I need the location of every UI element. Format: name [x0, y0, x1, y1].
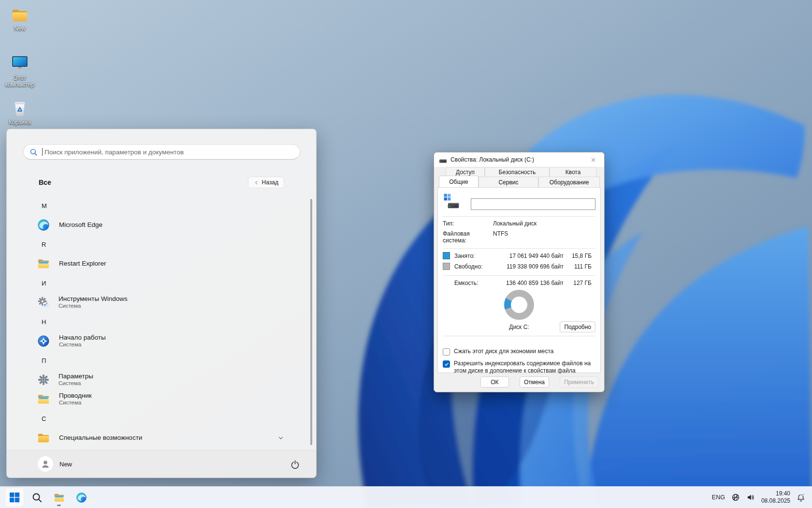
filesystem-value: NTFS: [493, 230, 508, 244]
section-letter-p[interactable]: П: [7, 351, 309, 370]
power-button[interactable]: [286, 455, 304, 473]
network-globe-icon[interactable]: [731, 493, 740, 502]
desktop-icon-label: Этот компьютер: [1, 75, 39, 89]
user-profile-button[interactable]: New: [38, 456, 72, 472]
app-item-microsoft-edge[interactable]: Microsoft Edge: [7, 215, 309, 235]
dialog-title-bar: Свойства: Локальный диск (C:): [434, 152, 604, 167]
disk-caption: Диск C:: [509, 324, 529, 330]
section-letter-m[interactable]: М: [7, 196, 309, 215]
notification-bell-icon[interactable]: [797, 493, 805, 502]
start-menu: Все Назад М Microsoft Edge R Restart Exp…: [6, 129, 317, 478]
tab-hardware[interactable]: Оборудование: [538, 177, 600, 187]
volume-label-input[interactable]: [471, 198, 595, 210]
get-started-icon: [37, 334, 50, 348]
app-item-accessibility-folder[interactable]: Специальные возможности: [7, 428, 309, 448]
drive-icon: [444, 197, 463, 210]
divider: [443, 275, 595, 276]
general-tab-panel: Тип: Локальный диск Файловая система: NT…: [437, 187, 601, 373]
type-value: Локальный диск: [493, 220, 536, 227]
used-bytes: 17 061 949 440 байт: [501, 253, 564, 259]
taskbar-search-button[interactable]: [27, 488, 46, 507]
section-letter-n[interactable]: Н: [7, 312, 309, 331]
tab-security[interactable]: Безопасность: [485, 167, 550, 177]
back-button-label: Назад: [262, 179, 278, 186]
tab-access[interactable]: Доступ: [446, 167, 485, 177]
chevron-down-icon[interactable]: [277, 434, 284, 441]
tray-time: 19:40: [761, 490, 790, 497]
free-bytes: 119 338 909 696 байт: [501, 263, 564, 270]
desktop-icon-label: Корзина: [1, 120, 39, 126]
taskbar: ENG 19:40 08.08.2025: [0, 486, 812, 508]
edge-icon: [75, 492, 87, 504]
chevron-left-icon: [254, 180, 259, 185]
taskbar-explorer-button[interactable]: [49, 488, 69, 507]
back-button[interactable]: Назад: [248, 177, 284, 188]
app-item-settings[interactable]: Параметры Система: [7, 370, 309, 389]
free-space-row: Свободно: 119 338 909 696 байт 111 ГБ: [443, 263, 595, 270]
checkbox-compress[interactable]: [443, 348, 450, 356]
divider: [443, 248, 595, 249]
tab-quota[interactable]: Квота: [550, 167, 596, 177]
close-icon: [591, 157, 596, 163]
computer-icon: [9, 53, 30, 74]
drive-icon: [439, 156, 447, 164]
file-explorer-icon: [53, 492, 65, 504]
speaker-icon[interactable]: [746, 493, 755, 502]
section-letter-i[interactable]: И: [7, 273, 309, 293]
all-apps-header: Все: [39, 179, 51, 186]
app-item-explorer[interactable]: Проводник Система: [7, 389, 309, 409]
taskbar-edge-button[interactable]: [72, 488, 91, 507]
all-apps-row: Все Назад: [39, 176, 284, 189]
person-icon: [40, 459, 51, 469]
app-item-restart-explorer[interactable]: Restart Explorer: [7, 254, 309, 273]
app-item-get-started[interactable]: Начало работы Система: [7, 331, 309, 351]
tab-general[interactable]: Общие: [439, 176, 478, 187]
search-icon: [31, 492, 43, 503]
dialog-title: Свойства: Локальный диск (C:): [450, 156, 586, 163]
free-size: 111 ГБ: [564, 263, 592, 270]
details-button[interactable]: Подробно: [560, 321, 595, 332]
capacity-size: 127 ГБ: [564, 280, 592, 286]
user-name: New: [59, 461, 72, 468]
search-input[interactable]: [44, 148, 294, 156]
compress-checkbox-row[interactable]: Сжать этот диск для экономии места: [443, 348, 595, 356]
cancel-button[interactable]: Отмена: [520, 376, 549, 388]
taskbar-apps: [5, 488, 91, 507]
desktop-icon-this-pc[interactable]: Этот компьютер: [1, 53, 39, 89]
apply-button[interactable]: Применить: [560, 376, 598, 388]
section-letter-s[interactable]: С: [7, 409, 309, 428]
desktop: z z New Этот компьютер Корзина Все Назад: [0, 0, 812, 508]
index-checkbox-row[interactable]: Разрешить индексировать содержимое файло…: [443, 360, 595, 375]
dialog-footer: ОК Отмена Применить: [434, 372, 604, 392]
search-box[interactable]: [23, 144, 300, 160]
app-list: М Microsoft Edge R Restart Explorer И Ин…: [7, 196, 309, 448]
drive-icon: [443, 194, 464, 210]
tab-row-front: Общие Сервис Оборудование: [439, 177, 604, 187]
close-button[interactable]: [586, 154, 600, 165]
clock[interactable]: 19:40 08.08.2025: [761, 490, 790, 505]
search-icon: [29, 148, 38, 156]
capacity-donut: [504, 290, 534, 320]
ok-button[interactable]: ОК: [480, 376, 509, 388]
capacity-row: Емкость: 136 400 859 136 байт 127 ГБ: [443, 279, 595, 286]
app-item-windows-tools[interactable]: Инструменты Windows Система: [7, 293, 309, 312]
divider: [443, 216, 595, 217]
start-menu-footer: New: [7, 450, 316, 478]
language-indicator[interactable]: ENG: [712, 494, 725, 501]
text-caret: [42, 148, 43, 156]
desktop-icon-label: New: [1, 26, 39, 32]
used-size: 15,8 ГБ: [564, 253, 592, 259]
desktop-icon-recycle-bin[interactable]: Корзина: [1, 98, 39, 126]
start-button[interactable]: [5, 488, 24, 507]
running-indicator: [57, 505, 61, 506]
scrollbar[interactable]: [310, 199, 312, 445]
windows-logo-icon: [9, 492, 20, 503]
edge-icon: [37, 218, 50, 232]
tab-row-back: Доступ Безопасность Квота: [446, 167, 604, 177]
checkbox-index[interactable]: [443, 360, 450, 368]
section-letter-r[interactable]: R: [7, 235, 309, 254]
tab-tools[interactable]: Сервис: [478, 177, 538, 187]
folder-icon: [10, 6, 29, 24]
desktop-icon-new-folder[interactable]: New: [1, 6, 39, 32]
capacity-bytes: 136 400 859 136 байт: [501, 280, 564, 286]
